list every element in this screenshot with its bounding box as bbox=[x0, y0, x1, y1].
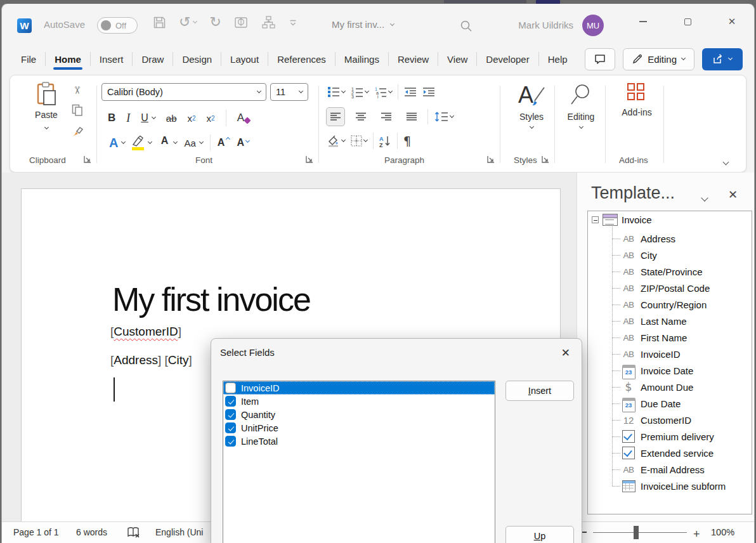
shrink-font-button[interactable]: A bbox=[237, 137, 249, 148]
clear-formatting-button[interactable]: A bbox=[237, 112, 250, 124]
tree-item[interactable]: City bbox=[621, 247, 657, 263]
tab-mailings[interactable]: Mailings bbox=[336, 48, 388, 71]
minimize-button[interactable] bbox=[621, 4, 665, 39]
tree-item[interactable]: Amount Due bbox=[621, 379, 693, 395]
checkbox[interactable] bbox=[225, 396, 236, 407]
shading-button[interactable] bbox=[327, 135, 345, 147]
avatar[interactable]: MU bbox=[582, 15, 604, 36]
tree-item[interactable]: Due Date bbox=[621, 395, 681, 412]
subscript-button[interactable]: x2 bbox=[188, 113, 196, 124]
insert-button[interactable]: Insert bbox=[505, 381, 574, 401]
document-title[interactable]: My first inv... bbox=[332, 19, 394, 30]
cut-icon[interactable]: ✂ bbox=[72, 86, 84, 95]
word-logo[interactable]: W bbox=[17, 18, 32, 33]
zoom-in-icon[interactable]: + bbox=[693, 528, 700, 541]
numbering-button[interactable]: 123 bbox=[351, 87, 368, 98]
tab-file[interactable]: File bbox=[12, 48, 45, 71]
tree-item[interactable]: Extended service bbox=[621, 445, 714, 461]
show-marks-button[interactable]: ¶ bbox=[403, 134, 411, 148]
highlight-color-button[interactable] bbox=[132, 135, 152, 150]
language-indicator[interactable]: English (Uni bbox=[155, 527, 203, 537]
font-name-select[interactable]: Calibri (Body) bbox=[101, 83, 266, 101]
checkbox[interactable] bbox=[225, 409, 236, 420]
italic-button[interactable]: I bbox=[126, 112, 130, 125]
increase-indent-button[interactable] bbox=[422, 87, 435, 97]
underline-button[interactable]: U bbox=[141, 112, 155, 124]
comments-button[interactable] bbox=[585, 48, 615, 70]
align-center-button[interactable] bbox=[351, 107, 370, 126]
tab-design[interactable]: Design bbox=[173, 48, 221, 71]
styles-dialog-launcher[interactable] bbox=[542, 155, 549, 163]
editing-group-button[interactable]: Editing bbox=[559, 83, 603, 128]
justify-button[interactable] bbox=[402, 107, 421, 126]
org-chart-icon[interactable] bbox=[261, 15, 276, 29]
tree-item[interactable]: Last Name bbox=[621, 313, 687, 329]
merge-field-customerid[interactable]: [CustomerID] bbox=[110, 325, 181, 339]
list-item[interactable]: LineTotal bbox=[223, 435, 495, 448]
list-item[interactable]: Item bbox=[223, 395, 495, 408]
grow-font-button[interactable]: A bbox=[218, 137, 230, 148]
paragraph-dialog-launcher[interactable] bbox=[487, 155, 495, 163]
strikethrough-button[interactable]: ab bbox=[166, 113, 177, 124]
page-indicator[interactable]: Page 1 of 1 bbox=[13, 527, 59, 537]
collapse-expander[interactable] bbox=[592, 216, 599, 223]
word-count[interactable]: 6 words bbox=[76, 527, 107, 537]
search-icon[interactable] bbox=[460, 20, 472, 35]
redo-icon[interactable]: ↻ bbox=[209, 16, 221, 29]
format-painter-icon[interactable] bbox=[71, 126, 84, 140]
user-name[interactable]: Mark Uildriks bbox=[518, 20, 573, 30]
tree-item[interactable]: InvoiceLine subform bbox=[621, 478, 726, 494]
maximize-button[interactable] bbox=[665, 4, 710, 39]
tree-item[interactable]: Country/Region bbox=[621, 296, 707, 313]
tab-home[interactable]: Home bbox=[46, 48, 90, 71]
tree-root-invoice[interactable]: Invoice bbox=[592, 214, 652, 226]
sort-button[interactable]: AZ bbox=[379, 135, 391, 147]
tree-item[interactable]: InvoiceID bbox=[621, 346, 681, 362]
checkbox[interactable] bbox=[225, 383, 236, 393]
align-left-button[interactable] bbox=[326, 107, 345, 126]
tree-item[interactable]: ZIP/Postal Code bbox=[621, 280, 710, 296]
undo-icon[interactable]: ↺ bbox=[179, 16, 197, 29]
copy-icon[interactable] bbox=[72, 104, 83, 119]
list-item[interactable]: Quantity bbox=[223, 408, 495, 421]
tree-item[interactable]: Premium delivery bbox=[621, 428, 714, 445]
paste-button[interactable]: Paste bbox=[25, 82, 67, 131]
customize-qat-icon[interactable] bbox=[289, 18, 297, 26]
font-color-button[interactable]: A bbox=[159, 135, 177, 150]
zoom-percentage[interactable]: 100% bbox=[711, 527, 734, 537]
tree-item[interactable]: Address bbox=[621, 230, 675, 247]
editing-mode-button[interactable]: Editing bbox=[623, 48, 694, 70]
tab-draw[interactable]: Draw bbox=[133, 48, 173, 71]
share-button[interactable] bbox=[702, 48, 743, 70]
tab-review[interactable]: Review bbox=[389, 48, 438, 71]
align-right-button[interactable] bbox=[377, 107, 396, 126]
tree-item[interactable]: CustomerID bbox=[621, 412, 691, 428]
styles-button[interactable]: A Styles bbox=[509, 82, 554, 128]
tree-item[interactable]: Invoice Date bbox=[621, 362, 693, 379]
up-button[interactable]: Up bbox=[505, 526, 574, 543]
collapse-ribbon-icon[interactable] bbox=[724, 155, 728, 167]
checkbox[interactable] bbox=[225, 422, 236, 433]
autosave-toggle[interactable]: Off bbox=[97, 17, 138, 34]
tab-view[interactable]: View bbox=[438, 48, 476, 71]
tab-help[interactable]: Help bbox=[539, 48, 577, 71]
line-spacing-button[interactable] bbox=[434, 112, 453, 122]
tree-item[interactable]: First Name bbox=[621, 329, 687, 346]
decrease-indent-button[interactable] bbox=[404, 87, 417, 97]
tab-developer[interactable]: Developer bbox=[477, 48, 538, 71]
zoom-slider-handle[interactable] bbox=[634, 526, 639, 539]
tab-references[interactable]: References bbox=[268, 48, 335, 71]
list-item[interactable]: UnitPrice bbox=[223, 421, 495, 435]
proofing-error-icon[interactable] bbox=[127, 527, 141, 541]
change-case-button[interactable]: Aa bbox=[184, 138, 202, 148]
tree-item[interactable]: E-mail Address bbox=[621, 461, 705, 478]
pane-chevron-icon[interactable] bbox=[702, 192, 707, 203]
merge-field-address-city[interactable]: [Address] [City] bbox=[110, 353, 192, 367]
clipboard-dialog-launcher[interactable] bbox=[84, 155, 91, 163]
addins-button[interactable]: Add-ins bbox=[611, 83, 662, 117]
bold-button[interactable]: B bbox=[108, 112, 115, 124]
font-dialog-launcher[interactable] bbox=[306, 155, 313, 163]
superscript-button[interactable]: x2 bbox=[207, 113, 215, 124]
text-effects-button[interactable]: A bbox=[109, 136, 125, 150]
tree-item[interactable]: State/Province bbox=[621, 263, 703, 280]
